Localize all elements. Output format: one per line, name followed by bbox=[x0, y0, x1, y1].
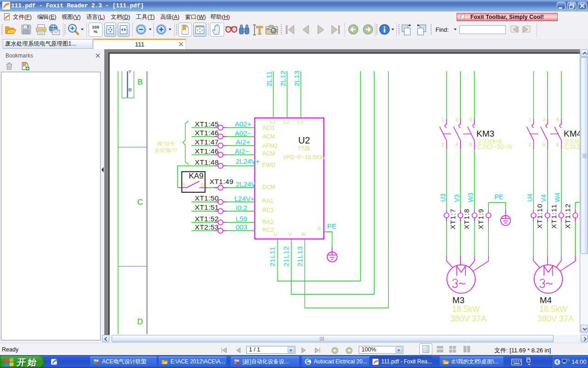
svg-text:XT1:11: XT1:11 bbox=[550, 204, 558, 229]
svg-text:ACM: ACM bbox=[262, 150, 275, 157]
svg-text:3: 3 bbox=[543, 117, 545, 122]
svg-text:U4: U4 bbox=[526, 194, 533, 202]
svg-text:I0.2: I0.2 bbox=[236, 204, 247, 212]
svg-text:L1: L1 bbox=[270, 119, 276, 124]
svg-text:1: 1 bbox=[441, 117, 444, 122]
svg-text:2L24V+: 2L24V+ bbox=[236, 157, 260, 165]
svg-text:B: B bbox=[137, 78, 142, 86]
svg-text:RC2: RC2 bbox=[262, 227, 274, 233]
svg-text:XT1:47: XT1:47 bbox=[195, 138, 219, 146]
svg-text:XT1:8: XT1:8 bbox=[463, 208, 470, 230]
svg-text:4: 4 bbox=[543, 142, 545, 147]
svg-text:A02−: A02− bbox=[235, 129, 251, 137]
svg-text:U3: U3 bbox=[440, 194, 447, 202]
svg-text:18.5kW: 18.5kW bbox=[452, 305, 480, 314]
svg-text:CJX2−50−N: CJX2−50−N bbox=[477, 143, 512, 150]
svg-text:2L24V: 2L24V bbox=[236, 180, 255, 188]
svg-text:D: D bbox=[137, 317, 143, 326]
svg-text:XT1:49: XT1:49 bbox=[209, 178, 233, 185]
svg-text:RA2: RA2 bbox=[262, 219, 273, 225]
svg-text:4: 4 bbox=[455, 142, 458, 147]
svg-text:2L13: 2L13 bbox=[293, 71, 300, 86]
svg-text:PE: PE bbox=[495, 194, 503, 201]
svg-text:V4: V4 bbox=[540, 194, 547, 202]
svg-text:6: 6 bbox=[469, 142, 472, 147]
svg-text:M3: M3 bbox=[452, 295, 464, 305]
svg-text:W3: W3 bbox=[467, 192, 474, 202]
svg-text:W: W bbox=[301, 231, 306, 237]
svg-text:21L13: 21L13 bbox=[296, 246, 304, 267]
svg-text:5: 5 bbox=[556, 117, 559, 122]
svg-text:380V 37A: 380V 37A bbox=[537, 314, 574, 323]
svg-text:6: 6 bbox=[556, 142, 559, 147]
svg-text:21L11: 21L11 bbox=[268, 247, 276, 267]
svg-text:XT1:48: XT1:48 bbox=[195, 158, 219, 166]
svg-text:KM3: KM3 bbox=[476, 129, 494, 138]
svg-text:RC1: RC1 bbox=[262, 207, 274, 213]
svg-text:XT1:45: XT1:45 bbox=[195, 120, 219, 128]
svg-text:003: 003 bbox=[236, 223, 247, 231]
svg-text:380V 37A: 380V 37A bbox=[450, 314, 486, 323]
svg-text:VFD−F−18.5KW: VFD−F−18.5KW bbox=[283, 154, 325, 161]
svg-text:AI2+: AI2+ bbox=[236, 138, 250, 146]
svg-text:L2: L2 bbox=[284, 119, 290, 124]
svg-text:XT1:51: XT1:51 bbox=[195, 203, 219, 211]
svg-text:2L12: 2L12 bbox=[279, 71, 287, 86]
svg-text:PE: PE bbox=[327, 222, 336, 230]
svg-text:5: 5 bbox=[182, 182, 186, 189]
svg-text:XT1:9: XT1:9 bbox=[477, 208, 485, 230]
svg-text:??器: ??器 bbox=[298, 145, 310, 152]
svg-text:XT2:53: XT2:53 bbox=[195, 223, 219, 231]
svg-text:5: 5 bbox=[469, 117, 472, 122]
svg-text:3: 3 bbox=[455, 117, 458, 122]
svg-text:V: V bbox=[288, 231, 292, 237]
svg-text:21L12: 21L12 bbox=[282, 246, 290, 267]
svg-text:M4: M4 bbox=[540, 295, 552, 305]
svg-text:XT1:12: XT1:12 bbox=[564, 203, 571, 229]
svg-text:XT1:10: XT1:10 bbox=[536, 203, 543, 229]
svg-text:L24V+: L24V+ bbox=[234, 195, 254, 202]
svg-text:C: C bbox=[137, 198, 143, 207]
svg-text:DCM: DCM bbox=[262, 184, 275, 190]
svg-text:采用?蔽??: 采用?蔽?? bbox=[154, 148, 177, 153]
svg-text:U2: U2 bbox=[298, 135, 310, 145]
svg-text:L3: L3 bbox=[298, 119, 304, 124]
svg-text:18.5kW: 18.5kW bbox=[539, 305, 567, 314]
svg-text:1: 1 bbox=[528, 117, 531, 122]
svg-text:XT1:50: XT1:50 bbox=[195, 194, 219, 202]
svg-text:W4: W4 bbox=[554, 192, 561, 202]
svg-text:AFM2: AFM2 bbox=[262, 143, 277, 149]
svg-text:ACM: ACM bbox=[262, 133, 275, 140]
svg-text:AI2−: AI2− bbox=[235, 147, 249, 155]
svg-text:RA1: RA1 bbox=[262, 198, 273, 204]
svg-text:2L11: 2L11 bbox=[265, 71, 273, 86]
svg-text:CJX2−50−N: CJX2−50−N bbox=[565, 143, 580, 150]
svg-text:XT1:7: XT1:7 bbox=[449, 208, 457, 230]
svg-text:V3: V3 bbox=[453, 194, 460, 202]
svg-text:XT1:46: XT1:46 bbox=[195, 147, 219, 155]
svg-text:KM4: KM4 bbox=[564, 129, 580, 138]
svg-text:2: 2 bbox=[441, 142, 444, 147]
svg-text:模?信号: 模?信号 bbox=[157, 141, 175, 146]
svg-text:XT1:46: XT1:46 bbox=[195, 129, 219, 137]
svg-text:A02+: A02+ bbox=[235, 120, 251, 128]
svg-text:L59: L59 bbox=[236, 215, 247, 223]
svg-text:2: 2 bbox=[528, 142, 531, 147]
svg-text:U: U bbox=[274, 231, 277, 237]
svg-text:XT1:52: XT1:52 bbox=[195, 215, 219, 223]
svg-text:FWD: FWD bbox=[262, 162, 275, 168]
svg-text:E: E bbox=[318, 226, 322, 231]
svg-text:KA9: KA9 bbox=[189, 172, 204, 180]
svg-text:ACI1: ACI1 bbox=[262, 125, 275, 131]
